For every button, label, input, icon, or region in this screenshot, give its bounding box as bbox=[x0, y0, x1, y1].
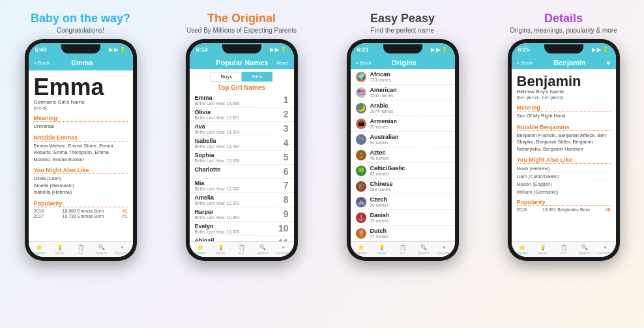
phone1-pop-detail-2: 19,738 Emmas Born bbox=[62, 214, 104, 218]
phone1-tab-favorites[interactable]: ♥Favorites bbox=[112, 242, 133, 257]
origin-item-chinese[interactable]: 🐉 Chinese288 names bbox=[351, 179, 455, 194]
phone1-name-big: Emma bbox=[34, 76, 128, 99]
name-list-item-6[interactable]: Charlotte 6 bbox=[190, 165, 294, 179]
az-icon: 📋 bbox=[78, 245, 84, 250]
phone3-time: 6:21 bbox=[357, 46, 369, 53]
popular-icon4: ⭐ bbox=[519, 245, 525, 250]
phone4-content: Benjamin Hebrew Boy's Name [ben-jə-min, … bbox=[512, 69, 616, 218]
panel3-title: Easy Peasy bbox=[370, 12, 435, 25]
name-list-item-2[interactable]: OliviaBirths Last Year: 17,921 2 bbox=[190, 108, 294, 122]
origin-item-armenian[interactable]: 🏔 Armenian35 names bbox=[351, 116, 455, 132]
phone1-might-content: Olivia (Latin) Amelia (Germanic) Isabell… bbox=[34, 175, 128, 196]
phone2-tab-favorites[interactable]: ♥Favorites bbox=[273, 242, 294, 257]
phone4-notable-label: Notable Benjamins bbox=[517, 124, 611, 131]
phone1-might-label: You Might Also Like bbox=[34, 167, 128, 174]
origin-item-danish[interactable]: ⚓ Danish15 names bbox=[351, 210, 455, 226]
phone4-tab-bar: ⭐Popular 💡Ideas 📋A-Z 🔍Search ♥Favorites bbox=[512, 241, 616, 257]
phone1-status-icons: ▶ ▶ 🔋 bbox=[109, 47, 126, 53]
phone3-status-icons: ▶ ▶ 🔋 bbox=[431, 47, 448, 53]
origin-item-arabic[interactable]: 🌙 Arabic1874 names bbox=[351, 100, 455, 116]
phone4-tab-search[interactable]: 🔍Search bbox=[574, 242, 595, 257]
phone4-back[interactable]: < Back bbox=[517, 60, 533, 66]
phone1-pop-year-2: 2017 bbox=[34, 214, 44, 218]
phone3-tab-search[interactable]: 🔍Search bbox=[413, 242, 434, 257]
phone4-name-subtitle: Hebrew Boy's Name bbox=[517, 89, 611, 95]
phone3-notch bbox=[383, 44, 422, 53]
phone4-pop-detail-1: 13,381 Benjamins Born bbox=[542, 207, 590, 212]
search-icon2: 🔍 bbox=[259, 245, 266, 250]
app-container: Baby on the way? Congratulations! 5:49 ▶… bbox=[0, 0, 644, 328]
phone1-tab-popular[interactable]: ⭐Popular bbox=[29, 242, 50, 257]
phone4-tab-ideas[interactable]: 💡Ideas bbox=[533, 242, 553, 257]
phone4-might-item-3[interactable]: Mason (English) bbox=[517, 181, 611, 188]
origin-item-aztec[interactable]: 🏺 Aztec48 names bbox=[351, 147, 455, 163]
name-list-item-1[interactable]: EmmaBirths Last Year: 18,688 1 bbox=[190, 93, 294, 108]
chinese-flag: 🐉 bbox=[356, 181, 366, 192]
name-list-item-4[interactable]: IsabellaBirths Last Year: 13,484 4 bbox=[190, 136, 294, 151]
name-list-item-8[interactable]: AmeliaBirths Last Year: 12,301 8 bbox=[190, 193, 294, 207]
origin-item-australian[interactable]: 🦘 Australian94 names bbox=[351, 132, 455, 147]
phone1-tab-az[interactable]: 📋A-Z bbox=[70, 242, 91, 257]
name-list-item-3[interactable]: AvaBirths Last Year: 14,924 3 bbox=[190, 122, 294, 136]
phone4-popularity-label: Popularity bbox=[517, 199, 611, 206]
phone2-more[interactable]: More bbox=[276, 60, 288, 66]
phone1-meaning-content: Universal bbox=[34, 123, 128, 130]
phone1-tab-ideas[interactable]: 💡Ideas bbox=[50, 242, 70, 257]
name-list-item-9[interactable]: HarperBirths Last Year: 10,982 9 bbox=[190, 207, 294, 222]
african-flag: 🌍 bbox=[356, 72, 366, 82]
phone1-screen: 5:49 ▶ ▶ 🔋 < Back Emma Emma Germanic Gir… bbox=[29, 43, 133, 257]
boys-toggle[interactable]: Boys bbox=[211, 72, 242, 82]
origin-item-dutch[interactable]: 🌷 Dutch47 names bbox=[351, 226, 455, 241]
girls-toggle[interactable]: Girls bbox=[242, 72, 272, 82]
name-list-item-7[interactable]: MiaBirths Last Year: 12,642 7 bbox=[190, 179, 294, 193]
phone3-header-title: Origins bbox=[392, 59, 417, 67]
az-icon4: 📋 bbox=[561, 245, 567, 250]
phone4-phonetic: [ben-jə-min, ben-jəmin] bbox=[517, 95, 611, 100]
phone2-header: Popular Names More bbox=[190, 56, 294, 69]
phone2-tab-search[interactable]: 🔍Search bbox=[252, 242, 273, 257]
name-list-item-5[interactable]: SophiaBirths Last Year: 13,928 5 bbox=[190, 151, 294, 165]
phone3-screen: 6:21 ▶ ▶ 🔋 < Back Origins 🌍 African733 n… bbox=[351, 43, 455, 257]
phone2-tab-popular[interactable]: ⭐Popular bbox=[190, 242, 211, 257]
origin-item-celtic[interactable]: 🍀 Celtic/Gaelic63 names bbox=[351, 163, 455, 179]
celtic-flag: 🍀 bbox=[356, 166, 366, 176]
phone1-back[interactable]: < Back bbox=[34, 60, 50, 66]
phone2-notch bbox=[222, 44, 261, 53]
phone4-might-item-2[interactable]: Liam (Celtic/Gaelic) bbox=[517, 173, 611, 181]
phone2-tab-az[interactable]: 📋A-Z bbox=[231, 242, 252, 257]
phone4-heart-icon[interactable]: ♥ bbox=[607, 59, 611, 67]
phone4-tab-az[interactable]: 📋A-Z bbox=[553, 242, 574, 257]
phone1-pop-year-1: 2018 bbox=[34, 209, 44, 213]
phone4-might-item-1[interactable]: Noah (Hebrew) bbox=[517, 165, 611, 173]
origin-item-czech[interactable]: 🏰 Czech18 names bbox=[351, 194, 455, 210]
panel-baby-on-the-way: Baby on the way? Congratulations! 5:49 ▶… bbox=[0, 0, 161, 328]
phone2-name-list: EmmaBirths Last Year: 18,688 1 OliviaBir… bbox=[190, 93, 294, 255]
phone3-tab-ideas[interactable]: 💡Ideas bbox=[372, 242, 392, 257]
phone3-tab-bar: ⭐Popular 💡Ideas 📋A-Z 🔍Search ♥Favorites bbox=[351, 241, 455, 257]
phone1-tab-search[interactable]: 🔍Search bbox=[91, 242, 112, 257]
origin-item-african[interactable]: 🌍 African733 names bbox=[351, 69, 455, 85]
search-icon: 🔍 bbox=[98, 245, 105, 250]
phone4-pop-year-1: 2018 bbox=[517, 207, 527, 212]
phone3-tab-favorites[interactable]: ♥Favorites bbox=[434, 242, 455, 257]
heart-icon3: ♥ bbox=[443, 245, 446, 250]
phone2-tab-ideas[interactable]: 💡Ideas bbox=[211, 242, 231, 257]
az-icon2: 📋 bbox=[239, 245, 245, 250]
panel1-title: Baby on the way? bbox=[31, 12, 130, 25]
phone3-back[interactable]: < Back bbox=[356, 60, 372, 66]
phone-3: 6:21 ▶ ▶ 🔋 < Back Origins 🌍 African733 n… bbox=[347, 39, 459, 261]
panel4-subtitle: Origins, meanings, popularity & more bbox=[510, 27, 617, 34]
ideas-icon: 💡 bbox=[57, 245, 63, 250]
phone1-notch bbox=[61, 44, 100, 53]
phone4-tab-popular[interactable]: ⭐Popular bbox=[512, 242, 533, 257]
phone4-might-label: You Might Also Like bbox=[517, 157, 611, 164]
phone1-time: 5:49 bbox=[35, 46, 47, 53]
phone4-might-item-4[interactable]: William (Germanic) bbox=[517, 188, 611, 196]
phone4-time: 6:25 bbox=[518, 46, 530, 53]
phone1-header-title: Emma bbox=[71, 59, 93, 67]
phone4-tab-favorites[interactable]: ♥Favorites bbox=[595, 242, 616, 257]
name-list-item-10[interactable]: EvelynBirths Last Year: 10,376 10 bbox=[190, 222, 294, 236]
origin-item-american[interactable]: 🇺🇸 American1543 names bbox=[351, 85, 455, 100]
phone3-tab-az[interactable]: 📋A-Z bbox=[392, 242, 413, 257]
phone3-tab-popular[interactable]: ⭐Popular bbox=[351, 242, 372, 257]
